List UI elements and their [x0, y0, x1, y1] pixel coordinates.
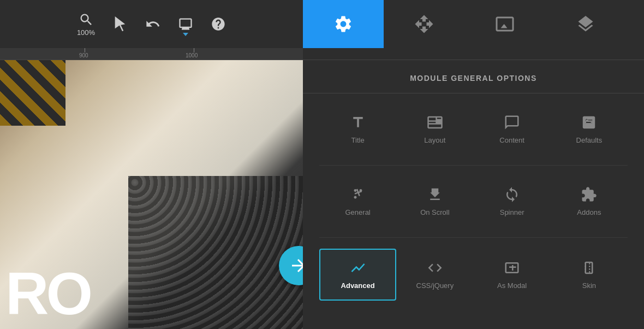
tab-settings[interactable] — [303, 0, 384, 48]
option-css-jquery[interactable]: CSS/jQuery — [396, 249, 473, 301]
css-icon — [427, 260, 443, 276]
responsive-dropdown-arrow — [183, 33, 188, 36]
option-on-scroll-label: On Scroll — [420, 208, 449, 216]
canvas-image: RO — [0, 60, 303, 329]
ruler-mark-1000: 1000 — [186, 52, 198, 58]
option-spinner[interactable]: Spinner — [474, 177, 551, 226]
panel-title: MODULE GENERAL OPTIONS — [410, 74, 537, 83]
pointer-tool[interactable] — [112, 16, 128, 32]
option-advanced-label: Advanced — [341, 281, 375, 290]
option-title[interactable]: Title — [319, 104, 396, 154]
zoom-search-tool[interactable]: 100% — [77, 12, 95, 37]
ruler-line-900 — [85, 48, 85, 52]
arrow-right-icon — [289, 256, 303, 275]
option-general[interactable]: General — [319, 177, 396, 226]
options-row-2: General On Scroll Spinner — [303, 166, 644, 237]
option-as-modal-label: As Modal — [497, 281, 527, 290]
option-addons[interactable]: Addons — [551, 177, 628, 226]
general-icon — [350, 186, 366, 203]
canvas-ro-text: RO — [5, 263, 90, 324]
option-skin-label: Skin — [582, 281, 596, 290]
monitor-icon — [178, 16, 193, 32]
tab-move[interactable] — [384, 0, 464, 48]
spinner-icon — [504, 186, 520, 203]
canvas-area: RO — [0, 60, 303, 329]
media-icon — [495, 14, 515, 34]
defaults-icon — [581, 114, 597, 131]
option-defaults[interactable]: Defaults — [551, 104, 628, 154]
main-content: RO MODULE GENERAL OPTIONS Title — [0, 60, 644, 329]
move-icon — [414, 14, 434, 34]
undo-tool[interactable] — [145, 16, 160, 32]
option-general-label: General — [345, 208, 371, 216]
option-skin[interactable]: Skin — [551, 249, 628, 301]
modal-icon — [504, 260, 520, 276]
skin-icon — [581, 260, 597, 276]
options-row-1: Title Layout Content — [303, 93, 644, 165]
hex-overlay — [128, 176, 303, 329]
toolbar: 100% — [0, 0, 644, 48]
option-css-jquery-label: CSS/jQuery — [416, 281, 454, 290]
layout-icon — [427, 114, 443, 131]
option-spinner-label: Spinner — [500, 208, 524, 216]
ruler: 900 1000 — [0, 48, 644, 60]
responsive-tool[interactable] — [178, 16, 193, 32]
right-panel: MODULE GENERAL OPTIONS Title Layout — [303, 60, 644, 329]
tab-media[interactable] — [464, 0, 545, 48]
option-title-label: Title — [351, 136, 365, 144]
tab-layers[interactable] — [545, 0, 626, 48]
text-icon — [350, 114, 366, 131]
toolbar-tabs — [303, 0, 644, 48]
option-advanced[interactable]: Advanced — [319, 249, 396, 301]
option-as-modal[interactable]: As Modal — [474, 249, 551, 301]
option-layout-label: Layout — [424, 136, 445, 144]
pointer-icon — [112, 16, 128, 32]
help-icon — [211, 16, 226, 32]
zoom-label: 100% — [77, 28, 95, 37]
ruler-right — [303, 48, 644, 60]
ruler-left: 900 1000 — [0, 48, 303, 60]
undo-icon — [145, 16, 160, 32]
option-layout[interactable]: Layout — [396, 104, 473, 154]
option-content[interactable]: Content — [474, 104, 551, 154]
option-content-label: Content — [499, 136, 524, 144]
option-on-scroll[interactable]: On Scroll — [396, 177, 473, 226]
option-defaults-label: Defaults — [576, 136, 603, 144]
panel-header: MODULE GENERAL OPTIONS — [303, 60, 644, 93]
option-addons-label: Addons — [577, 208, 601, 216]
addons-icon — [581, 186, 597, 203]
toolbar-left: 100% — [0, 0, 303, 48]
settings-icon — [333, 14, 353, 34]
ruler-line-1000 — [194, 48, 194, 52]
content-icon — [504, 114, 520, 131]
search-icon — [79, 12, 94, 27]
options-row-3: Advanced CSS/jQuery As Modal — [303, 238, 644, 312]
advanced-icon — [350, 260, 366, 276]
help-tool[interactable] — [211, 16, 226, 32]
layers-icon — [576, 14, 595, 34]
ruler-mark-900: 900 — [79, 52, 88, 58]
scroll-icon — [427, 186, 443, 203]
